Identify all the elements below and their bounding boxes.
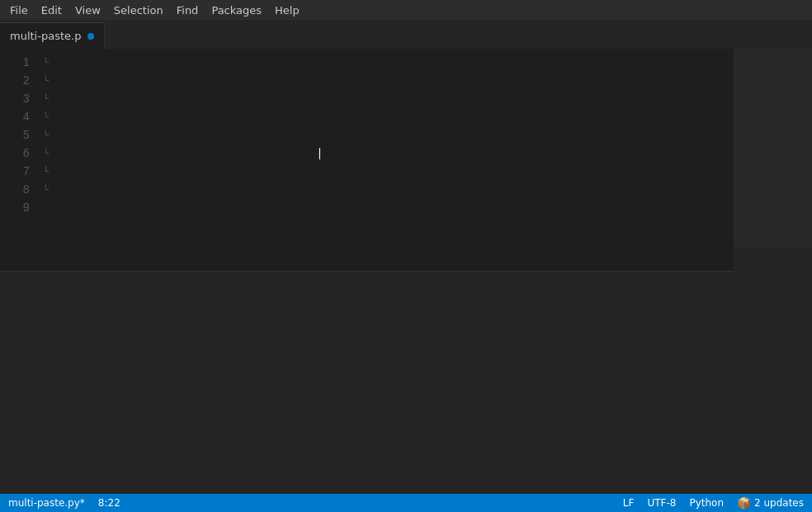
fold-marker: └	[43, 90, 49, 108]
menu-file[interactable]: File	[3, 2, 35, 18]
status-position[interactable]: 8:22	[98, 497, 120, 509]
status-charset[interactable]: UTF-8	[647, 497, 676, 509]
menu-help[interactable]: Help	[268, 2, 306, 18]
menu-selection[interactable]: Selection	[107, 2, 170, 18]
fold-marker: └	[43, 54, 49, 72]
tab-bar: multi-paste.p	[0, 20, 812, 49]
minimap-panel	[734, 49, 812, 494]
updates-icon: 📦	[737, 496, 751, 510]
below-content	[0, 271, 734, 494]
line-number: 2	[7, 72, 30, 90]
editor-area: 1 2 3 4 5 6 7 8 9 └ └ └	[0, 49, 812, 494]
menu-bar: File Edit View Selection Find Packages H…	[0, 0, 812, 20]
minimap	[734, 49, 812, 247]
code-line-7: └	[43, 163, 734, 181]
line-number: 6	[7, 145, 30, 163]
line-number: 8	[7, 181, 30, 199]
code-area[interactable]: 1 2 3 4 5 6 7 8 9 └ └ └	[0, 49, 734, 271]
menu-view[interactable]: View	[68, 2, 107, 18]
line-number: 3	[7, 90, 30, 108]
fold-marker: └	[43, 72, 49, 90]
menu-packages[interactable]: Packages	[205, 2, 268, 18]
tab-label: multi-paste.p	[10, 30, 81, 42]
status-encoding[interactable]: LF	[623, 497, 635, 509]
status-bar: multi-paste.py* 8:22 LF UTF-8 Python 📦 2…	[0, 494, 812, 512]
code-line-8: └	[43, 181, 734, 199]
line-number: 9	[7, 199, 30, 217]
line-number: 7	[7, 163, 30, 181]
code-line-6: └ |	[43, 145, 734, 163]
menu-edit[interactable]: Edit	[35, 2, 68, 18]
tab-modified-dot	[87, 33, 94, 40]
editor-tab[interactable]: multi-paste.p	[0, 22, 105, 49]
code-line-3: └	[43, 90, 734, 108]
line-number: 5	[7, 126, 30, 145]
status-right: LF UTF-8 Python 📦 2 updates	[623, 496, 804, 510]
status-updates[interactable]: 📦 2 updates	[737, 496, 804, 510]
status-left: multi-paste.py* 8:22	[8, 497, 120, 509]
code-line-1: └	[43, 54, 734, 72]
updates-label: 2 updates	[754, 497, 804, 509]
fold-marker: └	[43, 145, 49, 163]
code-line-9	[43, 199, 734, 217]
code-line-2: └	[43, 72, 734, 90]
code-content[interactable]: └ └ └ └ └ └ | └	[36, 49, 734, 271]
menu-find[interactable]: Find	[170, 2, 205, 18]
editor-main: 1 2 3 4 5 6 7 8 9 └ └ └	[0, 49, 734, 494]
fold-marker: └	[43, 163, 49, 181]
fold-marker: └	[43, 108, 49, 126]
code-line-5: └	[43, 126, 734, 145]
line-number: 1	[7, 54, 30, 72]
status-filename[interactable]: multi-paste.py*	[8, 497, 85, 509]
code-line-4: └	[43, 108, 734, 126]
status-language[interactable]: Python	[689, 497, 724, 509]
fold-marker: └	[43, 181, 49, 199]
line-numbers: 1 2 3 4 5 6 7 8 9	[0, 49, 36, 271]
fold-marker: └	[43, 126, 49, 145]
line-number: 4	[7, 108, 30, 126]
text-cursor: |	[316, 145, 323, 163]
